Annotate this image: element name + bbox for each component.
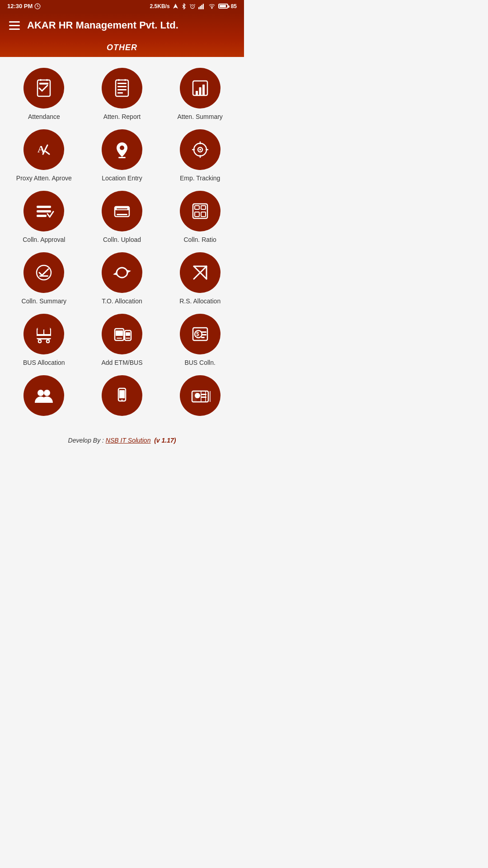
tracking-icon — [189, 139, 211, 160]
svg-text:$: $ — [196, 331, 199, 337]
svg-rect-21 — [202, 85, 205, 95]
svg-rect-66 — [126, 338, 130, 339]
svg-rect-19 — [196, 91, 198, 95]
emp-tracking-item[interactable]: Emp. Tracking — [163, 129, 237, 182]
colln-ratio-label: Colln. Ratio — [183, 236, 216, 243]
to-allocation-item[interactable]: T.O. Allocation — [85, 252, 159, 305]
svg-rect-76 — [119, 390, 125, 398]
network-speed: 2.5KB/s — [150, 3, 170, 9]
upload-icon — [111, 200, 133, 222]
svg-rect-55 — [37, 336, 51, 338]
rs-icon-circle — [180, 252, 221, 293]
attendance-icon — [33, 77, 55, 99]
footer: Develop By : NSB IT Solution (v 1.17) — [0, 431, 244, 449]
atten-summary-icon-circle — [180, 68, 221, 108]
location-label: Location Entry — [102, 175, 142, 182]
svg-rect-40 — [195, 206, 199, 209]
bus-colln-icon-circle: $ — [180, 314, 221, 354]
rs-allocation-label: R.S. Allocation — [179, 297, 221, 305]
people-item[interactable] — [7, 375, 81, 420]
svg-point-58 — [39, 340, 41, 342]
rs-allocation-item[interactable]: R.S. Allocation — [163, 252, 237, 305]
svg-line-5 — [194, 4, 195, 5]
svg-rect-82 — [193, 391, 197, 402]
svg-line-4 — [190, 4, 191, 5]
tracking-icon-circle — [180, 129, 221, 170]
svg-point-59 — [47, 340, 49, 342]
navigation-icon — [173, 3, 178, 9]
colln-upload-label: Colln. Upload — [103, 236, 141, 243]
battery-level: 85 — [231, 3, 237, 9]
svg-rect-42 — [195, 212, 199, 217]
time-display: 12:30 PM — [7, 3, 33, 9]
id-card-item[interactable] — [163, 375, 237, 420]
battery-icon — [218, 4, 228, 9]
people-icon — [33, 385, 55, 406]
svg-rect-65 — [126, 332, 130, 336]
colln-summary-icon-circle — [23, 252, 64, 293]
atten-summary-item[interactable]: Atten. Summary — [163, 68, 237, 120]
svg-rect-7 — [200, 6, 201, 9]
atten-report-label: Atten. Report — [103, 113, 141, 120]
bluetooth-icon — [181, 3, 187, 9]
svg-rect-8 — [201, 5, 202, 9]
wifi-icon — [208, 3, 216, 9]
tracking-label: Emp. Tracking — [180, 175, 220, 182]
menu-button[interactable] — [9, 21, 20, 30]
report-icon — [111, 77, 133, 99]
svg-rect-15 — [117, 86, 127, 87]
upload-icon-circle — [102, 191, 142, 231]
svg-rect-43 — [201, 212, 206, 217]
ratio-icon — [189, 200, 211, 222]
location-icon-circle — [102, 129, 142, 170]
svg-rect-41 — [201, 206, 206, 209]
summary-icon — [189, 77, 211, 99]
alarm-icon — [189, 3, 196, 9]
mobile-item[interactable] — [85, 375, 159, 420]
svg-rect-16 — [117, 89, 127, 90]
location-entry-item[interactable]: Location Entry — [85, 129, 159, 182]
id-card-icon-circle — [180, 375, 221, 416]
svg-rect-14 — [117, 83, 127, 84]
status-bar: 12:30 PM 2.5KB/s 85 — [0, 0, 244, 12]
colln-upload-item[interactable]: Colln. Upload — [85, 191, 159, 243]
svg-rect-24 — [118, 157, 126, 158]
attendance-item[interactable]: Attendance — [7, 68, 81, 120]
app-header: AKAR HR Management Pvt. Ltd. — [0, 12, 244, 38]
svg-rect-71 — [201, 337, 205, 338]
atten-report-item[interactable]: Atten. Report — [85, 68, 159, 120]
app-title: AKAR HR Management Pvt. Ltd. — [27, 19, 178, 31]
svg-rect-38 — [117, 214, 127, 215]
bus-icon-circle — [23, 314, 64, 354]
proxy-atten-item[interactable]: A Proxy Atten. Aprove — [7, 129, 81, 182]
colln-summary-label: Colln. Summary — [22, 297, 67, 305]
mobile-icon-circle — [102, 375, 142, 416]
svg-rect-37 — [117, 208, 127, 209]
colln-summary-item[interactable]: Colln. Summary — [7, 252, 81, 305]
footer-prefix: Develop By : — [68, 437, 106, 444]
bus-colln-label: BUS Colln. — [184, 359, 215, 366]
svg-point-27 — [199, 149, 201, 151]
colln-approval-item[interactable]: Colln. Approval — [7, 191, 81, 243]
atten-summary-label: Atten. Summary — [177, 113, 222, 120]
proxy-label: Proxy Atten. Aprove — [16, 175, 72, 182]
svg-rect-17 — [117, 92, 123, 94]
svg-rect-32 — [37, 206, 51, 208]
bus-allocation-label: BUS Allocation — [23, 359, 65, 366]
menu-grid: Attendance Atten. Report Atten. Su — [0, 57, 244, 431]
svg-rect-69 — [201, 331, 206, 333]
footer-link[interactable]: NSB IT Solution — [106, 437, 151, 444]
status-left: 12:30 PM — [7, 3, 41, 9]
svg-rect-54 — [44, 330, 50, 334]
bus-allocation-item[interactable]: BUS Allocation — [7, 314, 81, 366]
bus-icon — [33, 323, 55, 345]
proxy-icon: A — [33, 139, 55, 160]
svg-rect-33 — [37, 210, 51, 212]
atten-report-icon-circle — [102, 68, 142, 108]
add-etm-item[interactable]: Add ETM/BUS — [85, 314, 159, 366]
colln-ratio-item[interactable]: Colln. Ratio — [163, 191, 237, 243]
bus-colln-item[interactable]: $ BUS Colln. — [163, 314, 237, 366]
add-etm-label: Add ETM/BUS — [101, 359, 142, 366]
etm-icon-circle — [102, 314, 142, 354]
location-icon — [111, 139, 133, 160]
